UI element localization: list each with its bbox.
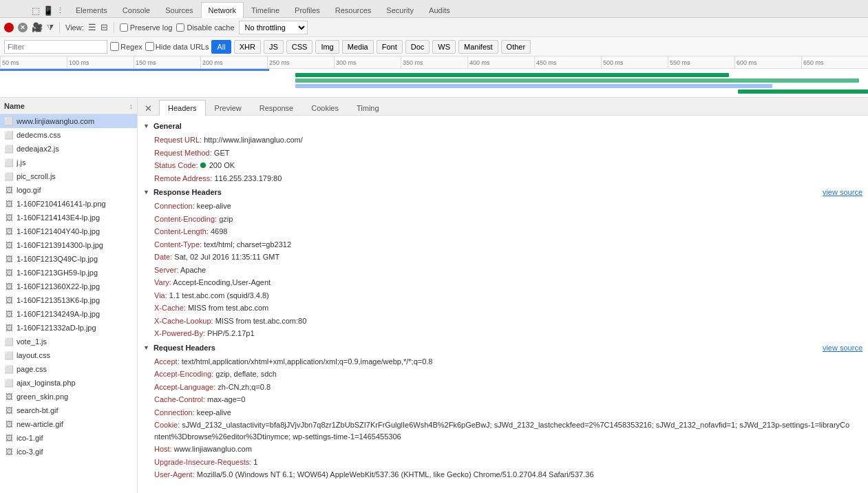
camera-icon[interactable]: 🎥 <box>32 22 43 32</box>
regex-input[interactable] <box>110 42 119 51</box>
file-item-20[interactable]: 🖼 green_skin.png <box>0 390 137 403</box>
progress-bar <box>0 69 269 71</box>
hide-data-urls-input[interactable] <box>145 42 154 51</box>
res-xcache-val: MISS from test.abc.com <box>188 304 268 312</box>
file-item-1[interactable]: ⬜ dedecms.css <box>0 128 137 142</box>
view-label: View: <box>65 23 84 32</box>
file-item-2[interactable]: ⬜ dedeajax2.js <box>0 142 137 156</box>
close-panel-button[interactable]: ✕ <box>140 102 156 115</box>
file-item-5[interactable]: 🖼 logo.gif <box>0 183 137 197</box>
tab-sources[interactable]: Sources <box>158 2 200 17</box>
file-item-23[interactable]: 🖼 ico-1.gif <box>0 431 137 445</box>
filter-xhr[interactable]: XHR <box>234 40 261 54</box>
clear-button[interactable]: ✕ <box>18 23 28 32</box>
filter-css[interactable]: CSS <box>286 40 313 54</box>
res-vary-val: Accept-Encoding,User-Agent <box>173 278 271 286</box>
tab-headers[interactable]: Headers <box>159 100 206 116</box>
file-item-12[interactable]: 🖼 1-160F121360X22-lp.jpg <box>0 280 137 293</box>
tab-response[interactable]: Response <box>251 100 303 115</box>
req-connection-row: Connection: keep-alive <box>138 406 868 419</box>
filter-ws[interactable]: WS <box>432 40 456 54</box>
file-item-13[interactable]: 🖼 1-160F1213513K6-lp.jpg <box>0 293 137 307</box>
inspect-icon[interactable]: ⬚ <box>32 6 40 16</box>
tab-resources[interactable]: Resources <box>328 2 379 17</box>
file-item-0[interactable]: ⬜ www.linjiawangluo.com <box>0 114 137 128</box>
file-item-3[interactable]: ⬜ j.js <box>0 156 137 169</box>
request-url-row: Request URL: http://www.linjiawangluo.co… <box>138 134 868 147</box>
file-item-11[interactable]: 🖼 1-160F1213GH59-lp.jpg <box>0 266 137 280</box>
filter-input[interactable] <box>4 40 107 54</box>
more-icon[interactable]: ⋮ <box>56 6 64 15</box>
file-item-8[interactable]: 🖼 1-160F121404Y40-lp.jpg <box>0 224 137 238</box>
filter-js[interactable]: JS <box>264 40 284 54</box>
filter-other[interactable]: Other <box>501 40 531 54</box>
req-accept-val: text/html,application/xhtml+xml,applicat… <box>182 357 433 366</box>
req-user-agent-key: User-Agent: <box>154 470 195 479</box>
res-content-length-val: 4698 <box>211 227 227 235</box>
tab-console[interactable]: Console <box>115 2 158 17</box>
file-item-19[interactable]: ⬜ ajax_loginsta.php <box>0 376 137 390</box>
request-headers-section-header[interactable]: ▼ Request Headers view source <box>138 340 868 355</box>
file-item-10[interactable]: 🖼 1-160F1213Q49C-lp.jpg <box>0 252 137 266</box>
tab-cookies[interactable]: Cookies <box>302 100 348 115</box>
filter-all[interactable]: All <box>211 40 231 54</box>
file-item-17[interactable]: ⬜ layout.css <box>0 348 137 362</box>
preserve-log-input[interactable] <box>120 23 128 32</box>
disable-cache-checkbox[interactable]: Disable cache <box>176 23 234 32</box>
file-item-7[interactable]: 🖼 1-160F1214143E4-lp.jpg <box>0 211 137 224</box>
file-item-6[interactable]: 🖼 1-160F2104146141-lp.png <box>0 197 137 211</box>
disable-cache-input[interactable] <box>176 23 184 32</box>
response-headers-arrow: ▼ <box>143 189 149 196</box>
file-item-21[interactable]: 🖼 search-bt.gif <box>0 403 137 417</box>
html-icon: ⬜ <box>4 116 14 126</box>
tab-audits[interactable]: Audits <box>421 2 458 17</box>
file-name-5: logo.gif <box>17 186 133 194</box>
file-item-18[interactable]: ⬜ page.css <box>0 362 137 376</box>
tab-preview[interactable]: Preview <box>206 100 251 115</box>
detail-content: ▼ General Request URL: http://www.linjia… <box>138 116 868 493</box>
tab-timeline[interactable]: Timeline <box>244 2 287 17</box>
req-cache-control-val: max-age=0 <box>207 395 245 403</box>
req-accept-row: Accept: text/html,application/xhtml+xml,… <box>138 355 868 368</box>
file-name-23: ico-1.gif <box>17 434 133 442</box>
tree-view-icon[interactable]: ⊟ <box>100 22 108 32</box>
record-button[interactable] <box>4 23 14 32</box>
file-item-4[interactable]: ⬜ pic_scroll.js <box>0 169 137 183</box>
tab-timing[interactable]: Timing <box>348 100 388 115</box>
filter-doc[interactable]: Doc <box>405 40 430 54</box>
file-item-14[interactable]: 🖼 1-160F12134249A-lp.jpg <box>0 307 137 321</box>
detail-tabs: ✕ Headers Preview Response Cookies Timin… <box>138 98 868 116</box>
tab-security[interactable]: Security <box>379 2 421 17</box>
file-item-15[interactable]: 🖼 1-160F121332aD-lp.jpg <box>0 321 137 335</box>
response-headers-section-header[interactable]: ▼ Response Headers view source <box>138 185 868 200</box>
filter-media[interactable]: Media <box>342 40 374 54</box>
file-name-21: search-bt.gif <box>17 406 133 415</box>
preserve-log-checkbox[interactable]: Preserve log <box>120 23 173 32</box>
img-icon-15: 🖼 <box>4 323 14 333</box>
list-view-icon[interactable]: ☰ <box>88 22 96 32</box>
general-section-header[interactable]: ▼ General <box>138 118 868 134</box>
regex-checkbox[interactable]: Regex <box>110 42 142 51</box>
tab-elements[interactable]: Elements <box>68 2 115 17</box>
res-content-encoding-key: Content-Encoding: <box>154 215 217 223</box>
tab-network[interactable]: Network <box>201 2 244 18</box>
request-view-source-link[interactable]: view source <box>823 344 862 352</box>
filter-img[interactable]: Img <box>315 40 339 54</box>
response-view-source-link[interactable]: view source <box>823 188 862 196</box>
mobile-icon[interactable]: 📱 <box>43 6 54 16</box>
filter-font[interactable]: Font <box>377 40 403 54</box>
img-icon-6: 🖼 <box>4 199 14 209</box>
file-item-16[interactable]: ⬜ vote_1.js <box>0 335 137 348</box>
waterfall-bar-4 <box>738 90 868 94</box>
file-name-2: dedeajax2.js <box>17 145 133 153</box>
file-item-9[interactable]: 🖼 1-160F1213914300-lp.jpg <box>0 238 137 252</box>
file-item-22[interactable]: 🖼 new-article.gif <box>0 417 137 431</box>
js-icon-4: ⬜ <box>4 171 14 181</box>
tab-profiles[interactable]: Profiles <box>287 2 328 17</box>
filter-icon[interactable]: ⧩ <box>47 23 54 32</box>
file-item-24[interactable]: 🖼 ico-3.gif <box>0 445 137 459</box>
filter-manifest[interactable]: Manifest <box>458 40 498 54</box>
throttle-select[interactable]: No throttling <box>239 21 308 34</box>
remote-address-row: Remote Address: 116.255.233.179:80 <box>138 172 868 185</box>
hide-data-urls-checkbox[interactable]: Hide data URLs <box>145 42 209 51</box>
